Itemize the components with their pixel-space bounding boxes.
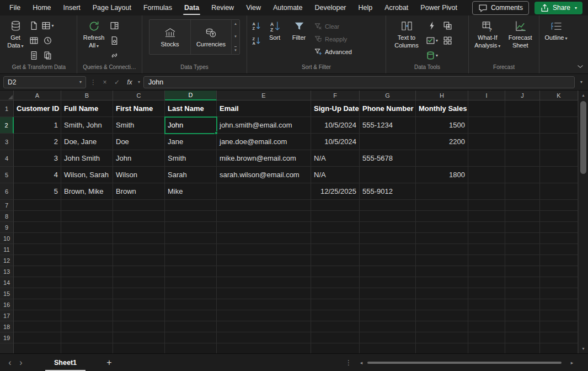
cell-C20[interactable]	[113, 343, 165, 353]
cell-H15[interactable]	[416, 288, 468, 299]
cell-I12[interactable]	[468, 255, 505, 266]
menu-tab-home[interactable]: Home	[26, 0, 57, 15]
horizontal-scrollbar[interactable]: ◂ ▸	[357, 360, 576, 365]
cell-B9[interactable]	[61, 222, 113, 233]
cell-F14[interactable]	[311, 277, 360, 288]
cell-H7[interactable]	[416, 200, 468, 211]
vertical-scrollbar[interactable]: ▴ ▾	[578, 91, 588, 353]
cell-I7[interactable]	[468, 200, 505, 211]
cell-B7[interactable]	[61, 200, 113, 211]
cell-I11[interactable]	[468, 244, 505, 255]
row-header-13[interactable]: 13	[0, 266, 14, 277]
cell-H6[interactable]	[416, 183, 468, 200]
cell-F11[interactable]	[311, 244, 360, 255]
cell-A20[interactable]	[14, 343, 61, 353]
name-box[interactable]: D2 ▾	[3, 76, 86, 88]
row-header-15[interactable]: 15	[0, 288, 14, 299]
from-picture-button[interactable]	[41, 48, 54, 63]
cell-G17[interactable]	[360, 310, 416, 321]
cell-B20[interactable]	[61, 343, 113, 353]
cell-A8[interactable]	[14, 211, 61, 222]
gallery-up-icon[interactable]: ▴	[234, 22, 237, 26]
cell-I17[interactable]	[468, 310, 505, 321]
cell-C7[interactable]	[113, 200, 165, 211]
cell-I15[interactable]	[468, 288, 505, 299]
cell-F2[interactable]: 10/5/2024	[311, 117, 360, 134]
cell-H16[interactable]	[416, 299, 468, 310]
cell-A5[interactable]: 4	[14, 167, 61, 183]
cell-G9[interactable]	[360, 222, 416, 233]
cell-A9[interactable]	[14, 222, 61, 233]
cell-H12[interactable]	[416, 255, 468, 266]
cell-F10[interactable]	[311, 233, 360, 244]
cell-K13[interactable]	[540, 266, 578, 277]
cell-B1[interactable]: Full Name	[61, 100, 113, 117]
sheet-nav-left-icon[interactable]: ‹	[4, 358, 15, 367]
cell-A3[interactable]: 2	[14, 134, 61, 150]
cell-E3[interactable]: jane.doe@email.com	[217, 134, 311, 150]
cell-K16[interactable]	[540, 299, 578, 310]
cell-F20[interactable]	[311, 343, 360, 353]
cell-A11[interactable]	[14, 244, 61, 255]
sort-descending-button[interactable]: ZA	[249, 33, 263, 48]
cell-J20[interactable]	[505, 343, 540, 353]
cell-D6[interactable]: Mike	[165, 183, 217, 200]
cell-E15[interactable]	[217, 288, 311, 299]
cell-H19[interactable]	[416, 332, 468, 343]
cell-B8[interactable]	[61, 211, 113, 222]
row-header-16[interactable]: 16	[0, 299, 14, 310]
cell-J9[interactable]	[505, 222, 540, 233]
cell-E10[interactable]	[217, 233, 311, 244]
menu-tab-review[interactable]: Review	[205, 0, 240, 15]
cell-J13[interactable]	[505, 266, 540, 277]
cell-B11[interactable]	[61, 244, 113, 255]
share-button[interactable]: Share ▾	[534, 2, 582, 14]
refresh-all-button[interactable]: Refresh All▾	[79, 18, 108, 51]
cell-B10[interactable]	[61, 233, 113, 244]
cell-D3[interactable]: Jane	[165, 134, 217, 150]
get-data-button[interactable]: Get Data▾	[3, 18, 28, 51]
add-sheet-button[interactable]: +	[102, 358, 116, 368]
cell-K6[interactable]	[540, 183, 578, 200]
cell-C14[interactable]	[113, 277, 165, 288]
cell-G16[interactable]	[360, 299, 416, 310]
reapply-filter-button[interactable]: Reapply	[311, 33, 355, 45]
row-header-4[interactable]: 4	[0, 150, 14, 167]
cell-A10[interactable]	[14, 233, 61, 244]
cell-B4[interactable]: John Smith	[61, 150, 113, 167]
cell-K19[interactable]	[540, 332, 578, 343]
cell-F12[interactable]	[311, 255, 360, 266]
cell-B15[interactable]	[61, 288, 113, 299]
cell-E14[interactable]	[217, 277, 311, 288]
menu-tab-file[interactable]: File	[3, 0, 26, 15]
cell-G11[interactable]	[360, 244, 416, 255]
cancel-icon[interactable]: ×	[100, 78, 109, 86]
menu-tab-power-pivot[interactable]: Power Pivot	[414, 0, 463, 15]
formula-input[interactable]: John	[143, 76, 575, 88]
menu-tab-data[interactable]: Data	[178, 0, 205, 15]
cell-E13[interactable]	[217, 266, 311, 277]
cell-I14[interactable]	[468, 277, 505, 288]
cell-F5[interactable]: N/A	[311, 167, 360, 183]
column-header-K[interactable]: K	[540, 91, 578, 100]
cell-K10[interactable]	[540, 233, 578, 244]
cell-C9[interactable]	[113, 222, 165, 233]
cell-B3[interactable]: Doe, Jane	[61, 134, 113, 150]
cell-B6[interactable]: Brown, Mike	[61, 183, 113, 200]
row-header-3[interactable]: 3	[0, 134, 14, 150]
cell-I19[interactable]	[468, 332, 505, 343]
cell-K14[interactable]	[540, 277, 578, 288]
row-header-8[interactable]: 8	[0, 211, 14, 222]
cell-I5[interactable]	[468, 167, 505, 183]
cell-J14[interactable]	[505, 277, 540, 288]
cell-G8[interactable]	[360, 211, 416, 222]
cell-I8[interactable]	[468, 211, 505, 222]
cell-G1[interactable]: Phone Number	[360, 100, 416, 117]
gallery-down-icon[interactable]: ▾	[234, 34, 237, 39]
cell-H5[interactable]: 1800	[416, 167, 468, 183]
cell-E16[interactable]	[217, 299, 311, 310]
menu-tab-view[interactable]: View	[240, 0, 267, 15]
cell-F15[interactable]	[311, 288, 360, 299]
row-header-5[interactable]: 5	[0, 167, 14, 183]
cell-B5[interactable]: Wilson, Sarah	[61, 167, 113, 183]
